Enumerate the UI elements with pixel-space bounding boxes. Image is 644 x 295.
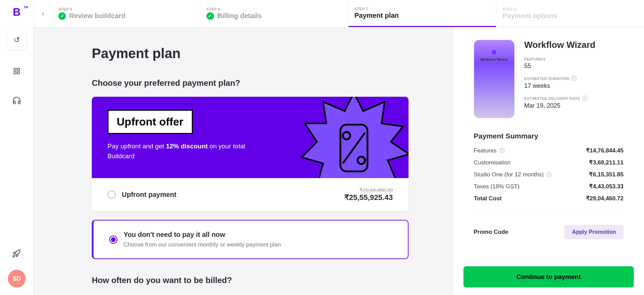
promo-section: Promo Code Apply Promotion	[474, 214, 624, 239]
upfront-price: ₹29,04,460.39 ₹25,55,925.43	[344, 187, 393, 202]
stepper: ‹ STEP 5 ✓ Review buildcard STEP 6 ✓ Bil…	[34, 0, 644, 27]
logo-b: B	[13, 6, 20, 18]
content-wrap: Payment plan Choose your preferred payme…	[34, 27, 644, 295]
logo-tm: TM	[24, 5, 28, 9]
undo-icon: ↺	[14, 36, 20, 44]
chevron-left-icon: ‹	[42, 9, 44, 18]
duration-value: 17 weeks	[524, 82, 624, 90]
summary-line-features: Featuresi ₹14,76,844.45	[474, 147, 624, 154]
continue-to-payment-button[interactable]: Continue to payment	[463, 266, 634, 287]
summary-line-customisation: Customisation ₹3,69,211.11	[474, 159, 624, 166]
step-title: Billing details	[217, 12, 262, 20]
info-icon[interactable]: i	[546, 172, 552, 177]
info-icon[interactable]: i	[499, 148, 504, 153]
check-icon: ✓	[58, 12, 66, 20]
thumb-logo: B	[492, 50, 496, 56]
summary-panel: B Workflow Wizard Workflow Wizard FEATUR…	[453, 27, 644, 295]
upfront-label: Upfront payment	[122, 191, 176, 199]
discount-burst-icon	[292, 97, 409, 178]
upfront-option-row[interactable]: Upfront payment ₹29,04,460.39 ₹25,55,925…	[92, 178, 409, 211]
undo-button[interactable]: ↺	[8, 31, 26, 49]
step-number: STEP 6	[206, 7, 342, 11]
installment-radio[interactable]	[109, 236, 117, 244]
rocket-icon[interactable]	[12, 249, 22, 259]
content-main: Payment plan Choose your preferred payme…	[34, 27, 453, 295]
step-8[interactable]: STEP 8 Payment options	[496, 0, 644, 27]
upfront-radio[interactable]	[108, 190, 116, 199]
brand-logo[interactable]: B TM	[10, 5, 24, 19]
installment-title: You don't need to pay it all now	[124, 231, 281, 239]
continue-bar: Continue to payment	[453, 259, 644, 295]
summary-line-total: Total Cost ₹29,04,460.72	[474, 195, 624, 202]
installment-subtitle: Choose from our convenient monthly or we…	[124, 241, 281, 248]
thumb-product-name: Workflow Wizard	[481, 58, 508, 62]
summary-line-studio-one: Studio One (for 12 months)i ₹6,15,351.85	[474, 171, 624, 178]
left-sidebar: B TM ↺ SD	[0, 0, 34, 295]
step-7[interactable]: STEP 7 Payment plan	[348, 0, 497, 27]
summary-line-taxes: Taxes (18% GST) ₹4,43,053.33	[474, 183, 624, 190]
svg-rect-2	[14, 72, 16, 74]
features-value: 55	[524, 63, 624, 70]
main-area: ‹ STEP 5 ✓ Review buildcard STEP 6 ✓ Bil…	[34, 0, 644, 295]
step-title: Payment options	[502, 12, 557, 20]
step-number: STEP 7	[355, 7, 490, 11]
step-number: STEP 5	[58, 7, 194, 11]
product-name: Workflow Wizard	[524, 40, 624, 50]
features-label: FEATURES	[524, 57, 624, 61]
installment-option-card[interactable]: You don't need to pay it all now Choose …	[92, 220, 409, 259]
summary-title: Payment Summary	[474, 132, 624, 140]
step-title: Payment plan	[355, 12, 399, 19]
back-button[interactable]: ‹	[34, 0, 52, 27]
delivery-value: Mar 19, 2025	[524, 102, 624, 109]
page-title: Payment plan	[92, 46, 409, 61]
section-heading-billing: How often do you want to be billed?	[92, 276, 409, 285]
price-original: ₹29,04,460.39	[344, 187, 393, 193]
offer-banner: Upfront offer Pay upfront and get 12% di…	[92, 97, 409, 178]
step-number: STEP 8	[502, 7, 638, 11]
svg-rect-1	[17, 68, 19, 70]
offer-description: Pay upfront and get 12% discount on your…	[108, 142, 254, 161]
support-headset-icon[interactable]	[12, 96, 22, 105]
upfront-offer-card: Upfront offer Pay upfront and get 12% di…	[92, 97, 409, 211]
info-icon[interactable]: i	[571, 76, 576, 81]
duration-label: ESTIMATED DURATIONi	[524, 76, 624, 81]
step-6[interactable]: STEP 6 ✓ Billing details	[200, 0, 348, 27]
avatar-initials: SD	[12, 275, 21, 282]
promo-label: Promo Code	[474, 229, 508, 236]
check-icon: ✓	[206, 12, 214, 20]
delivery-label: ESTIMATED DELIVERY DATEi	[524, 96, 624, 101]
svg-rect-0	[14, 68, 16, 70]
step-5[interactable]: STEP 5 ✓ Review buildcard	[52, 0, 200, 27]
product-header: B Workflow Wizard Workflow Wizard FEATUR…	[474, 40, 624, 118]
svg-marker-4	[302, 97, 409, 178]
price-discounted: ₹25,55,925.43	[344, 193, 393, 202]
product-thumbnail: B Workflow Wizard	[474, 40, 515, 118]
svg-rect-3	[17, 72, 19, 74]
offer-badge: Upfront offer	[108, 110, 193, 134]
step-title: Review buildcard	[69, 12, 126, 20]
apply-promotion-button[interactable]: Apply Promotion	[564, 225, 624, 239]
user-avatar[interactable]: SD	[8, 270, 26, 287]
apps-icon[interactable]	[12, 66, 22, 76]
info-icon[interactable]: i	[582, 96, 587, 101]
section-heading-plan: Choose your preferred payment plan?	[92, 78, 409, 88]
